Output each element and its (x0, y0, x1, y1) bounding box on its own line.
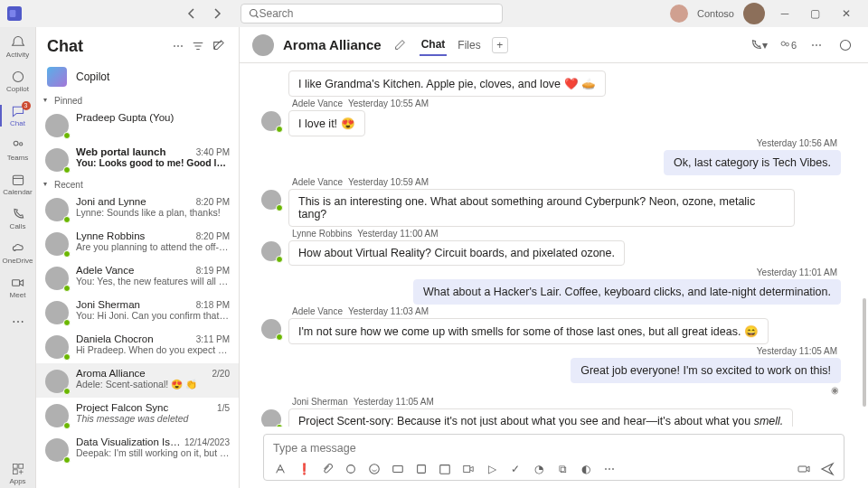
section-pinned[interactable]: Pinned (36, 92, 239, 108)
message-avatar (261, 409, 281, 427)
search-input[interactable] (259, 7, 495, 20)
rail-calls[interactable]: Calls (0, 204, 36, 233)
chat-avatar (45, 335, 69, 359)
svg-rect-10 (13, 470, 17, 474)
rail-label: Teams (7, 154, 29, 162)
chat-preview: Lynne: Sounds like a plan, thanks! (76, 207, 230, 218)
message-bubble[interactable]: What about a Hacker's Lair. Coffee, keyb… (413, 279, 841, 305)
chat-list-more-button[interactable]: ⋯ (168, 36, 188, 56)
message-bubble[interactable]: How about Virtual Reality? Circuit board… (288, 240, 625, 266)
copilot-side-button[interactable] (835, 35, 855, 55)
chat-item[interactable]: Data Visualization Issue12/14/2023Deepak… (36, 432, 239, 466)
message-outgoing: Yesterday 10:56 AMOk, last category is T… (261, 138, 841, 175)
rail-meet[interactable]: Meet (0, 273, 36, 302)
rail-calendar[interactable]: Calendar (0, 170, 36, 199)
svg-rect-1 (10, 10, 16, 17)
message-bubble[interactable]: I like Grandma's Kitchen. Apple pie, clo… (288, 70, 606, 97)
conversation-header: Aroma Alliance Chat Files + ▾ 6 ⋯ (240, 27, 868, 63)
rail-teams[interactable]: Teams (0, 136, 36, 164)
rail-activity[interactable]: Activity (0, 33, 36, 61)
chat-list-title: Chat (47, 37, 168, 56)
org-avatar[interactable] (670, 5, 688, 23)
chat-name: Joni Sherman (76, 299, 140, 310)
chat-name: Adele Vance (76, 265, 134, 276)
call-button[interactable]: ▾ (749, 35, 769, 55)
message-bubble[interactable]: Great job everyone! I'm so excited to wo… (571, 358, 841, 383)
chat-time: 1/5 (217, 403, 230, 413)
user-avatar[interactable] (743, 3, 765, 24)
updates-button[interactable]: ◐ (579, 462, 593, 476)
chat-item[interactable]: Lynne Robbins8:20 PMAre you planning to … (36, 226, 239, 260)
message-bubble[interactable]: I'm not sure how we come up with smells … (288, 318, 769, 344)
nav-forward-button[interactable] (208, 5, 226, 23)
composer-more-button[interactable]: ⋯ (602, 462, 617, 476)
loop-button[interactable] (344, 462, 358, 476)
approvals-button[interactable]: ✓ (508, 462, 523, 476)
new-chat-button[interactable] (208, 36, 228, 56)
format-button[interactable] (273, 462, 288, 476)
message-bubble[interactable]: Project Scent-sory: Because it's not jus… (288, 408, 793, 427)
edit-name-button[interactable] (391, 35, 410, 55)
message-bubble[interactable]: I love it! 😍 (288, 110, 365, 136)
emoji-button[interactable] (367, 462, 382, 476)
chat-time: 3:11 PM (196, 334, 230, 344)
conversation-more-button[interactable]: ⋯ (807, 35, 826, 55)
tab-chat[interactable]: Chat (420, 34, 448, 56)
chat-item[interactable]: Web portal launch3:40 PMYou: Looks good … (36, 142, 239, 176)
conversation-panel: Aroma Alliance Chat Files + ▾ 6 ⋯ I like… (240, 27, 868, 488)
global-search[interactable] (241, 4, 503, 23)
priority-button[interactable]: ❗ (297, 462, 311, 476)
chat-item[interactable]: Pradeep Gupta (You) (36, 108, 239, 142)
message-outgoing: Yesterday 11:01 AMWhat about a Hacker's … (261, 267, 841, 305)
polls-button[interactable]: ⧉ (555, 462, 570, 476)
schedule-button[interactable] (438, 462, 452, 476)
rail-apps[interactable]: Apps (0, 459, 36, 488)
chat-time: 8:19 PM (196, 266, 230, 276)
chat-avatar (45, 114, 69, 137)
section-recent[interactable]: Recent (36, 176, 239, 192)
composer-input[interactable] (273, 442, 835, 455)
people-count: 6 (791, 40, 797, 51)
rail-onedrive[interactable]: OneDrive (0, 239, 36, 267)
record-button[interactable] (797, 462, 811, 476)
chat-item[interactable]: Joni Sherman8:18 PMYou: Hi Joni. Can you… (36, 295, 239, 329)
message-incoming: Lynne RobbinsYesterday 11:00 AMHow about… (261, 229, 841, 266)
window-close-button[interactable]: ✕ (835, 3, 857, 24)
chat-time: 3:40 PM (196, 147, 230, 157)
window-minimize-button[interactable]: ─ (774, 3, 796, 24)
copilot-entry[interactable]: Copilot (36, 61, 239, 92)
rail-copilot[interactable]: Copilot (0, 67, 36, 96)
chat-item[interactable]: Adele Vance8:19 PMYou: Yes, the new feat… (36, 260, 239, 295)
message-composer[interactable]: ❗ ▷ ✓ ◔ ⧉ ◐ ⋯ (263, 434, 844, 481)
svg-rect-17 (418, 465, 426, 474)
message-bubble[interactable]: This is an interesting one. What about s… (288, 189, 795, 227)
send-button[interactable] (820, 462, 835, 476)
scrollbar[interactable] (863, 81, 866, 443)
composer-area: ❗ ▷ ✓ ◔ ⧉ ◐ ⋯ (240, 427, 868, 488)
chat-item[interactable]: Aroma Alliance2/20Adele: Scent-sational!… (36, 363, 239, 398)
svg-rect-20 (798, 466, 807, 472)
rail-chat[interactable]: 3Chat (0, 101, 36, 130)
people-button[interactable]: 6 (778, 35, 797, 55)
chat-avatar (45, 267, 69, 290)
tab-files[interactable]: Files (456, 35, 482, 55)
attach-button[interactable] (320, 462, 335, 476)
svg-rect-7 (12, 280, 19, 286)
nav-back-button[interactable] (183, 5, 201, 23)
chat-list-filter-button[interactable] (188, 36, 208, 56)
gif-button[interactable] (391, 462, 405, 476)
viva-button[interactable]: ◔ (532, 462, 546, 476)
chat-preview: You: Looks good to me! Good luck with yo… (76, 157, 230, 168)
window-maximize-button[interactable]: ▢ (805, 3, 826, 24)
actions-button[interactable]: ▷ (485, 462, 499, 476)
chat-item[interactable]: Joni and Lynne8:20 PMLynne: Sounds like … (36, 192, 239, 226)
chat-item[interactable]: Daniela Chocron3:11 PMHi Pradeep. When d… (36, 329, 239, 363)
message-incoming: Adele VanceYesterday 10:55 AMI love it! … (261, 99, 841, 136)
chat-item[interactable]: Project Falcon Sync1/5This message was d… (36, 398, 239, 432)
message-bubble[interactable]: Ok, last category is Tech Vibes. (664, 150, 841, 175)
stream-button[interactable] (461, 462, 476, 476)
rail-more[interactable]: ⋯ (0, 307, 36, 336)
read-receipt-icon: ◉ (831, 385, 839, 395)
add-tab-button[interactable]: + (492, 37, 508, 53)
sticker-button[interactable] (414, 462, 429, 476)
